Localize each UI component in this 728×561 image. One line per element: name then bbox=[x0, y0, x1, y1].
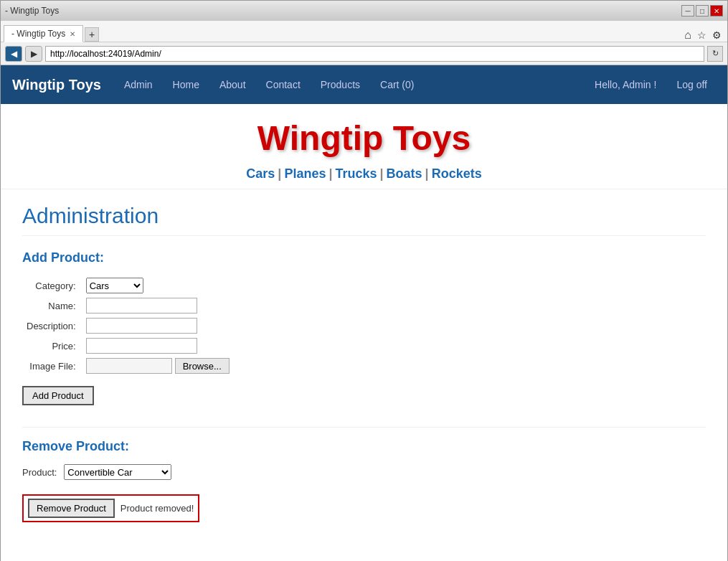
settings-icon[interactable]: ⚙ bbox=[712, 29, 722, 41]
greeting-text: Hello, Admin ! bbox=[595, 79, 656, 90]
home-icon[interactable]: ⌂ bbox=[684, 29, 691, 42]
nav-link-admin[interactable]: Admin bbox=[115, 75, 161, 95]
name-row: Name: bbox=[22, 296, 234, 316]
navbar: Wingtip Toys Admin Home About Contact Pr… bbox=[1, 65, 727, 104]
nav-link-home[interactable]: Home bbox=[164, 75, 208, 95]
page-title: Administration bbox=[22, 204, 706, 236]
add-section-title: Add Product: bbox=[22, 250, 706, 265]
close-button[interactable]: ✕ bbox=[710, 5, 723, 16]
separator-1: | bbox=[278, 166, 281, 182]
category-label: Category: bbox=[22, 275, 82, 296]
active-tab[interactable]: - Wingtip Toys ✕ bbox=[4, 25, 83, 42]
tab-bar: - Wingtip Toys ✕ + ⌂ ☆ ⚙ bbox=[1, 21, 727, 42]
add-product-button[interactable]: Add Product bbox=[22, 386, 94, 405]
price-input[interactable] bbox=[86, 338, 197, 354]
remove-product-button[interactable]: Remove Product bbox=[28, 499, 115, 518]
category-select[interactable]: Cars Planes Trucks Boats Rockets bbox=[86, 278, 143, 293]
maximize-button[interactable]: □ bbox=[696, 5, 709, 16]
nav-link-cart[interactable]: Cart (0) bbox=[372, 75, 422, 95]
description-input[interactable] bbox=[86, 318, 197, 334]
remove-product-row: Remove Product Product removed! bbox=[22, 494, 199, 522]
address-input[interactable] bbox=[45, 46, 704, 62]
minimize-button[interactable]: ─ bbox=[681, 5, 694, 16]
nav-link-products[interactable]: Products bbox=[312, 75, 369, 95]
new-tab-button[interactable]: + bbox=[85, 27, 99, 42]
name-label: Name: bbox=[22, 296, 82, 316]
description-label: Description: bbox=[22, 316, 82, 336]
separator-3: | bbox=[380, 166, 384, 182]
tab-label: - Wingtip Toys bbox=[11, 29, 65, 39]
window-controls: ─ □ ✕ bbox=[681, 5, 723, 16]
category-trucks[interactable]: Trucks bbox=[335, 166, 377, 182]
product-label: Product: bbox=[22, 467, 57, 478]
page-content: Wingtip Toys Admin Home About Contact Pr… bbox=[1, 65, 727, 561]
removed-message: Product removed! bbox=[120, 503, 194, 514]
refresh-button[interactable]: ↻ bbox=[707, 46, 723, 62]
separator-2: | bbox=[328, 166, 332, 182]
section-divider bbox=[22, 427, 706, 428]
price-label: Price: bbox=[22, 336, 82, 356]
price-row: Price: bbox=[22, 336, 234, 356]
browser-window: - Wingtip Toys ─ □ ✕ - Wingtip Toys ✕ + … bbox=[0, 0, 728, 561]
nav-link-contact[interactable]: Contact bbox=[257, 75, 309, 95]
admin-content: Administration Add Product: Category: Ca… bbox=[1, 189, 727, 537]
hero-title: Wingtip Toys bbox=[1, 118, 727, 158]
remove-section: Remove Product: Product: Convertible Car… bbox=[22, 439, 706, 522]
nav-right: Hello, Admin ! Log off bbox=[595, 75, 716, 95]
add-product-form: Category: Cars Planes Trucks Boats Rocke… bbox=[22, 275, 234, 376]
file-input-display bbox=[86, 358, 172, 374]
nav-link-about[interactable]: About bbox=[211, 75, 255, 95]
file-input-wrapper: Browse... bbox=[86, 358, 230, 374]
favorites-icon[interactable]: ☆ bbox=[697, 29, 706, 41]
browse-button[interactable]: Browse... bbox=[175, 358, 230, 374]
title-bar: - Wingtip Toys ─ □ ✕ bbox=[1, 1, 727, 21]
hero-section: Wingtip Toys Cars | Planes | Trucks | Bo… bbox=[1, 104, 727, 189]
category-rockets[interactable]: Rockets bbox=[432, 166, 482, 182]
back-button[interactable]: ◀ bbox=[5, 46, 22, 62]
separator-4: | bbox=[425, 166, 429, 182]
nav-links: Admin Home About Contact Products Cart (… bbox=[115, 75, 595, 95]
category-nav: Cars | Planes | Trucks | Boats | Rockets bbox=[1, 166, 727, 182]
window-title: - Wingtip Toys bbox=[5, 6, 59, 16]
name-input[interactable] bbox=[86, 298, 197, 314]
navbar-brand[interactable]: Wingtip Toys bbox=[12, 77, 101, 93]
category-boats[interactable]: Boats bbox=[387, 166, 422, 182]
image-row: Image File: Browse... bbox=[22, 356, 234, 376]
product-select[interactable]: Convertible Car Sports Car Truck Plane B… bbox=[64, 464, 171, 480]
category-row: Category: Cars Planes Trucks Boats Rocke… bbox=[22, 275, 234, 296]
forward-button[interactable]: ▶ bbox=[25, 46, 42, 62]
description-row: Description: bbox=[22, 316, 234, 336]
category-planes[interactable]: Planes bbox=[284, 166, 326, 182]
image-label: Image File: bbox=[22, 356, 82, 376]
tab-close-icon[interactable]: ✕ bbox=[70, 30, 75, 38]
address-bar: ◀ ▶ ↻ bbox=[1, 42, 727, 65]
logoff-link[interactable]: Log off bbox=[668, 75, 716, 95]
category-cars[interactable]: Cars bbox=[246, 166, 275, 182]
remove-section-title: Remove Product: bbox=[22, 439, 706, 454]
product-select-row: Product: Convertible Car Sports Car Truc… bbox=[22, 464, 706, 487]
